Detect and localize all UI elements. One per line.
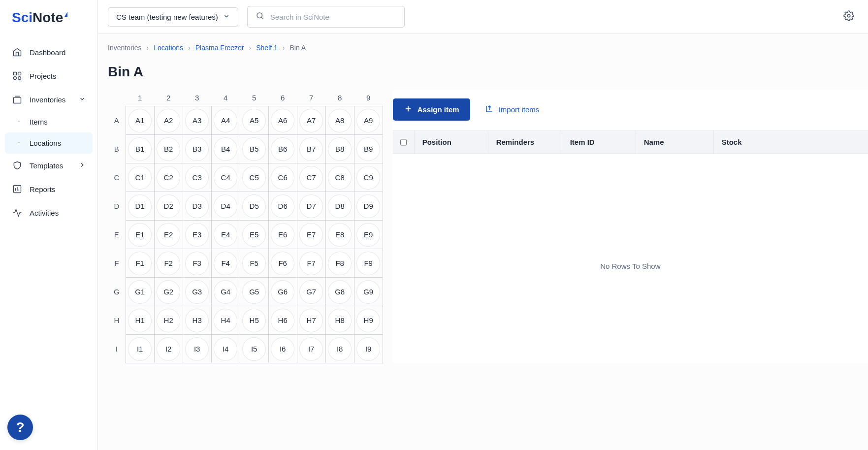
grid-cell-D5[interactable]: D5 — [240, 192, 268, 221]
grid-cell-G7[interactable]: G7 — [297, 278, 325, 306]
grid-cell-H1[interactable]: H1 — [126, 306, 154, 335]
column-item-id[interactable]: Item ID — [562, 131, 636, 153]
grid-cell-B4[interactable]: B4 — [211, 135, 240, 163]
grid-cell-B6[interactable]: B6 — [268, 135, 297, 163]
grid-cell-I4[interactable]: I4 — [211, 335, 240, 363]
grid-cell-H4[interactable]: H4 — [211, 306, 240, 335]
grid-cell-G1[interactable]: G1 — [126, 278, 154, 306]
breadcrumb-inventories[interactable]: Inventories — [108, 44, 141, 52]
column-stock[interactable]: Stock — [714, 131, 749, 153]
grid-cell-B2[interactable]: B2 — [154, 135, 183, 163]
grid-cell-B7[interactable]: B7 — [297, 135, 325, 163]
grid-cell-H7[interactable]: H7 — [297, 306, 325, 335]
grid-cell-C8[interactable]: C8 — [325, 163, 354, 192]
grid-cell-I6[interactable]: I6 — [268, 335, 297, 363]
grid-cell-B3[interactable]: B3 — [183, 135, 211, 163]
grid-cell-G6[interactable]: G6 — [268, 278, 297, 306]
grid-cell-B9[interactable]: B9 — [354, 135, 383, 163]
grid-cell-C1[interactable]: C1 — [126, 163, 154, 192]
column-name[interactable]: Name — [636, 131, 714, 153]
nav-activities[interactable]: Activities — [5, 201, 93, 225]
breadcrumb-locations[interactable]: Locations — [154, 44, 183, 52]
grid-cell-E9[interactable]: E9 — [354, 221, 383, 249]
grid-cell-I9[interactable]: I9 — [354, 335, 383, 363]
grid-cell-A2[interactable]: A2 — [154, 106, 183, 135]
search-box[interactable] — [247, 6, 405, 28]
help-button[interactable]: ? — [7, 415, 33, 440]
import-items-button[interactable]: Import items — [485, 104, 540, 115]
nav-templates[interactable]: Templates — [5, 154, 93, 177]
grid-cell-G4[interactable]: G4 — [211, 278, 240, 306]
column-position[interactable]: Position — [415, 131, 488, 153]
settings-button[interactable] — [839, 6, 858, 27]
grid-cell-G9[interactable]: G9 — [354, 278, 383, 306]
grid-cell-C2[interactable]: C2 — [154, 163, 183, 192]
grid-cell-D4[interactable]: D4 — [211, 192, 240, 221]
nav-inventories[interactable]: Inventories — [5, 88, 93, 111]
subnav-locations[interactable]: · Locations — [5, 132, 93, 154]
grid-cell-E1[interactable]: E1 — [126, 221, 154, 249]
grid-cell-D1[interactable]: D1 — [126, 192, 154, 221]
grid-cell-C6[interactable]: C6 — [268, 163, 297, 192]
grid-cell-A6[interactable]: A6 — [268, 106, 297, 135]
nav-dashboard[interactable]: Dashboard — [5, 40, 93, 64]
grid-cell-G3[interactable]: G3 — [183, 278, 211, 306]
grid-cell-A7[interactable]: A7 — [297, 106, 325, 135]
grid-cell-D3[interactable]: D3 — [183, 192, 211, 221]
grid-cell-F6[interactable]: F6 — [268, 249, 297, 278]
grid-cell-H8[interactable]: H8 — [325, 306, 354, 335]
grid-cell-I2[interactable]: I2 — [154, 335, 183, 363]
grid-cell-D6[interactable]: D6 — [268, 192, 297, 221]
grid-cell-D9[interactable]: D9 — [354, 192, 383, 221]
assign-item-button[interactable]: Assign item — [393, 98, 470, 121]
grid-cell-C4[interactable]: C4 — [211, 163, 240, 192]
grid-cell-F5[interactable]: F5 — [240, 249, 268, 278]
grid-cell-H3[interactable]: H3 — [183, 306, 211, 335]
grid-cell-A8[interactable]: A8 — [325, 106, 354, 135]
nav-projects[interactable]: Projects — [5, 64, 93, 88]
select-all-header[interactable] — [393, 131, 415, 153]
team-selector[interactable]: CS team (testing new features) — [108, 7, 238, 27]
grid-cell-D2[interactable]: D2 — [154, 192, 183, 221]
grid-cell-B8[interactable]: B8 — [325, 135, 354, 163]
grid-cell-C5[interactable]: C5 — [240, 163, 268, 192]
grid-cell-F9[interactable]: F9 — [354, 249, 383, 278]
grid-cell-I1[interactable]: I1 — [126, 335, 154, 363]
grid-cell-E2[interactable]: E2 — [154, 221, 183, 249]
grid-cell-E3[interactable]: E3 — [183, 221, 211, 249]
grid-cell-E7[interactable]: E7 — [297, 221, 325, 249]
logo[interactable]: SciNote — [0, 0, 97, 40]
grid-cell-E8[interactable]: E8 — [325, 221, 354, 249]
grid-cell-H9[interactable]: H9 — [354, 306, 383, 335]
grid-cell-E5[interactable]: E5 — [240, 221, 268, 249]
grid-cell-F8[interactable]: F8 — [325, 249, 354, 278]
grid-cell-C9[interactable]: C9 — [354, 163, 383, 192]
grid-cell-A5[interactable]: A5 — [240, 106, 268, 135]
grid-cell-F1[interactable]: F1 — [126, 249, 154, 278]
grid-cell-I5[interactable]: I5 — [240, 335, 268, 363]
nav-reports[interactable]: Reports — [5, 177, 93, 201]
grid-cell-G2[interactable]: G2 — [154, 278, 183, 306]
grid-cell-A9[interactable]: A9 — [354, 106, 383, 135]
grid-cell-A3[interactable]: A3 — [183, 106, 211, 135]
grid-cell-I8[interactable]: I8 — [325, 335, 354, 363]
search-input[interactable] — [270, 13, 396, 21]
grid-cell-D8[interactable]: D8 — [325, 192, 354, 221]
breadcrumb-shelf-1[interactable]: Shelf 1 — [256, 44, 278, 52]
grid-cell-D7[interactable]: D7 — [297, 192, 325, 221]
grid-cell-H6[interactable]: H6 — [268, 306, 297, 335]
grid-cell-H2[interactable]: H2 — [154, 306, 183, 335]
grid-cell-B1[interactable]: B1 — [126, 135, 154, 163]
grid-cell-E6[interactable]: E6 — [268, 221, 297, 249]
grid-cell-F2[interactable]: F2 — [154, 249, 183, 278]
grid-cell-B5[interactable]: B5 — [240, 135, 268, 163]
grid-cell-G8[interactable]: G8 — [325, 278, 354, 306]
breadcrumb-plasma-freezer[interactable]: Plasma Freezer — [195, 44, 244, 52]
grid-cell-F7[interactable]: F7 — [297, 249, 325, 278]
grid-cell-A4[interactable]: A4 — [211, 106, 240, 135]
grid-cell-G5[interactable]: G5 — [240, 278, 268, 306]
grid-cell-C7[interactable]: C7 — [297, 163, 325, 192]
grid-cell-F4[interactable]: F4 — [211, 249, 240, 278]
grid-cell-H5[interactable]: H5 — [240, 306, 268, 335]
grid-cell-A1[interactable]: A1 — [126, 106, 154, 135]
